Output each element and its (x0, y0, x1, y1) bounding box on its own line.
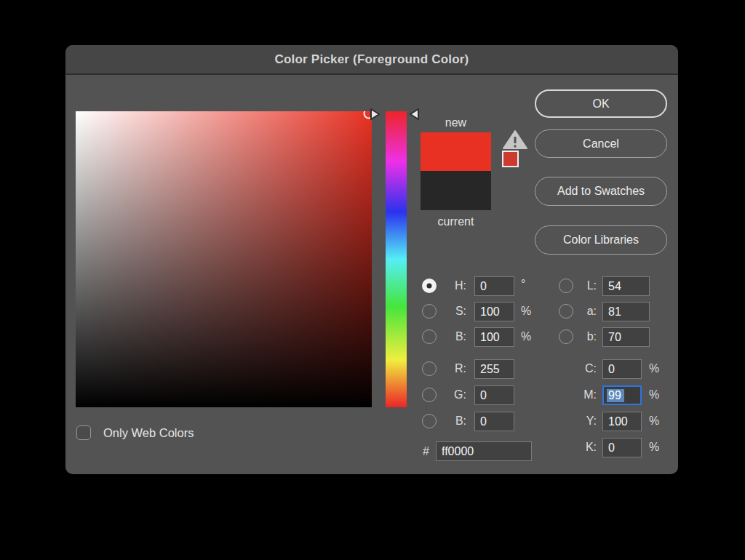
green-field-label: G: (440, 388, 466, 401)
black-field-label: K: (567, 441, 597, 454)
color-field-cursor-icon (76, 111, 372, 407)
dialog-title: Color Picker (Foreground Color) (275, 52, 469, 67)
radio-lab-b[interactable] (559, 329, 573, 344)
lab-a-field-label: a: (573, 305, 597, 318)
lab-l-field-label: L: (573, 279, 597, 292)
hue-input[interactable] (474, 276, 514, 296)
gamut-warning-icon[interactable] (502, 129, 528, 150)
hex-field-label: # (418, 445, 429, 458)
new-color-swatch (421, 132, 491, 171)
new-swatch-label: new (421, 116, 491, 129)
saturation-unit: % (521, 305, 531, 318)
web-safe-color-icon[interactable] (502, 151, 519, 167)
red-field-label: R: (440, 362, 466, 375)
hex-input[interactable] (436, 441, 532, 461)
only-web-colors-label: Only Web Colors (103, 425, 194, 440)
blue-input[interactable] (474, 412, 514, 431)
yellow-unit: % (649, 415, 659, 428)
saturation-field-label: S: (440, 305, 466, 318)
radio-red[interactable] (422, 361, 437, 376)
radio-green[interactable] (422, 388, 437, 402)
radio-blue[interactable] (422, 414, 437, 428)
cyan-input[interactable] (602, 359, 642, 379)
cyan-field-label: C: (567, 362, 597, 375)
cyan-unit: % (649, 362, 659, 375)
current-swatch-label: current (421, 215, 491, 228)
lab-a-input[interactable] (602, 302, 650, 321)
radio-hue[interactable] (422, 279, 437, 293)
radio-lab-a[interactable] (559, 304, 573, 319)
saturation-input[interactable] (474, 302, 514, 321)
hue-slider-left-thumb-icon[interactable] (368, 107, 382, 121)
brightness-input[interactable] (474, 327, 514, 347)
current-color-swatch[interactable] (421, 171, 491, 210)
color-libraries-button[interactable]: Color Libraries (535, 225, 667, 255)
yellow-input[interactable] (602, 412, 642, 431)
only-web-colors-checkbox[interactable] (76, 425, 91, 440)
magenta-unit: % (649, 388, 659, 401)
radio-saturation[interactable] (422, 304, 437, 319)
hue-slider[interactable] (386, 111, 407, 407)
green-input[interactable] (474, 385, 514, 405)
ok-button[interactable]: OK (535, 89, 667, 118)
yellow-field-label: Y: (567, 415, 597, 428)
black-input[interactable] (602, 438, 642, 457)
blue-field-label: B: (440, 415, 466, 428)
title-bar[interactable]: Color Picker (Foreground Color) (65, 45, 678, 75)
color-picker-dialog: Color Picker (Foreground Color) new curr… (65, 45, 678, 474)
magenta-selected-text: 99 (607, 389, 624, 402)
hue-unit: ° (521, 278, 525, 291)
brightness-unit: % (521, 330, 531, 343)
color-field[interactable] (76, 111, 372, 407)
brightness-field-label: B: (440, 330, 466, 343)
hue-slider-right-thumb-icon[interactable] (407, 107, 421, 121)
lab-b-input[interactable] (602, 327, 650, 347)
black-unit: % (649, 441, 659, 454)
lab-b-field-label: b: (573, 330, 597, 343)
radio-brightness[interactable] (422, 329, 437, 344)
swatch-comparison (421, 132, 491, 210)
red-input[interactable] (474, 359, 514, 379)
radio-lab-l[interactable] (559, 279, 573, 293)
magenta-field-label: M: (567, 388, 597, 401)
cancel-button[interactable]: Cancel (535, 129, 667, 158)
add-to-swatches-button[interactable]: Add to Swatches (535, 177, 667, 206)
magenta-input[interactable]: 99 (602, 385, 642, 405)
hue-field-label: H: (440, 279, 466, 292)
desktop-background: Color Picker (Foreground Color) new curr… (0, 0, 745, 560)
lab-l-input[interactable] (602, 276, 650, 296)
